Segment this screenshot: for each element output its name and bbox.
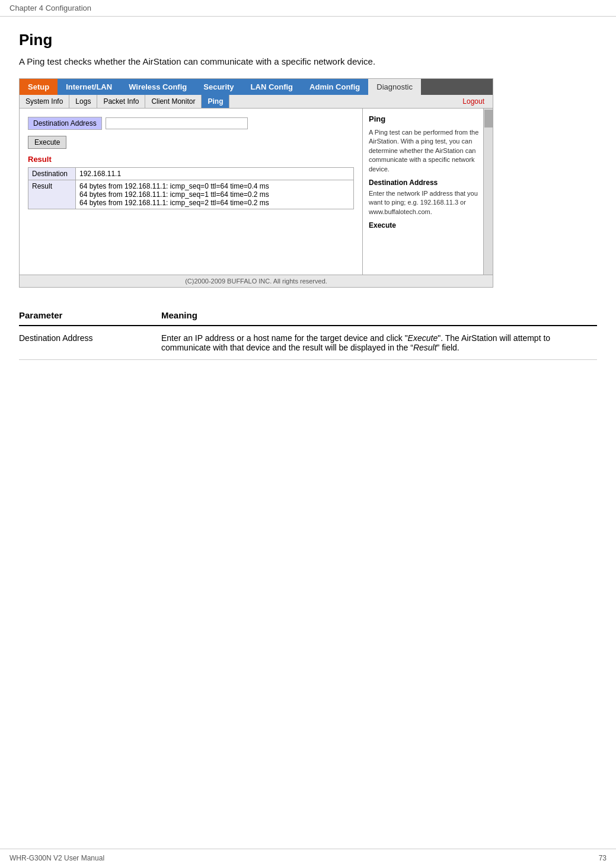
nav-item-security[interactable]: Security: [195, 79, 242, 95]
execute-button[interactable]: Execute: [28, 136, 66, 149]
page-number: 73: [599, 854, 607, 862]
help-execute-label: Execute: [369, 221, 481, 230]
sub-nav-logs[interactable]: Logs: [69, 95, 97, 108]
destination-address-input[interactable]: [106, 117, 248, 129]
help-dest-title: Destination Address: [369, 179, 481, 187]
sub-nav: System Info Logs Packet Info Client Moni…: [20, 95, 493, 109]
destination-value: 192.168.11.1: [76, 168, 354, 180]
result-heading: Result: [28, 155, 354, 164]
main-content: Ping A Ping test checks whether the AirS…: [0, 17, 616, 374]
help-title: Ping: [369, 114, 481, 123]
logout-link[interactable]: Logout: [454, 95, 493, 108]
meaning-col-header: Meaning: [161, 305, 597, 326]
meaning-text-plain: Enter an IP address or a host name for t…: [161, 333, 408, 343]
nav-item-diagnostic[interactable]: Diagnostic: [368, 79, 421, 95]
page-title: Ping: [19, 31, 597, 49]
router-ui-screenshot: Setup Internet/LAN Wireless Config Secur…: [19, 78, 493, 288]
nav-item-adminconfig[interactable]: Admin Config: [301, 79, 368, 95]
sub-nav-ping[interactable]: Ping: [202, 95, 229, 108]
nav-bar: Setup Internet/LAN Wireless Config Secur…: [20, 79, 493, 95]
param-col-header: Parameter: [19, 305, 161, 326]
sub-nav-sysinfo[interactable]: System Info: [20, 95, 69, 108]
destination-address-row: Destination Address: [28, 117, 354, 130]
table-row: Destination 192.168.11.1: [28, 168, 354, 180]
nav-item-lanconfig[interactable]: LAN Config: [242, 79, 301, 95]
nav-item-setup[interactable]: Setup: [20, 79, 58, 95]
destination-address-label: Destination Address: [28, 117, 102, 130]
help-dest-text: Enter the network IP address that you wa…: [369, 189, 481, 216]
sub-nav-clientmonitor[interactable]: Client Monitor: [145, 95, 202, 108]
right-panel: Ping A Ping test can be performed from t…: [362, 109, 493, 275]
right-panel-inner: Ping A Ping test can be performed from t…: [363, 109, 493, 238]
table-row: Result 64 bytes from 192.168.11.1: icmp_…: [28, 180, 354, 209]
chapter-label: Chapter 4 Configuration: [9, 4, 91, 12]
destination-label: Destination: [28, 168, 76, 180]
manual-label: WHR-G300N V2 User Manual: [9, 854, 104, 862]
router-body: Destination Address Execute Result Desti…: [20, 109, 493, 275]
left-panel: Destination Address Execute Result Desti…: [20, 109, 362, 275]
meaning-text-italic2: Result: [413, 343, 437, 352]
table-row: Destination Address Enter an IP address …: [19, 326, 597, 360]
scrollbar[interactable]: [483, 109, 493, 275]
nav-item-internet[interactable]: Internet/LAN: [58, 79, 120, 95]
param-name: Destination Address: [19, 326, 161, 360]
router-footer: (C)2000-2009 BUFFALO INC. All rights res…: [20, 275, 493, 287]
sub-nav-packetinfo[interactable]: Packet Info: [97, 95, 145, 108]
meaning-text-end2: ” field.: [437, 343, 459, 352]
result-label: Result: [28, 180, 76, 209]
scrollbar-thumb[interactable]: [484, 110, 493, 128]
result-table: Destination 192.168.11.1 Result 64 bytes…: [28, 167, 354, 209]
meaning-text-italic: Execute: [408, 333, 438, 343]
page-description: A Ping test checks whether the AirStatio…: [19, 56, 597, 66]
nav-item-wireless[interactable]: Wireless Config: [120, 79, 195, 95]
param-meaning: Enter an IP address or a host name for t…: [161, 326, 597, 360]
result-value: 64 bytes from 192.168.11.1: icmp_seq=0 t…: [76, 180, 354, 209]
help-intro: A Ping test can be performed from the Ai…: [369, 128, 481, 174]
page-footer: WHR-G300N V2 User Manual 73: [0, 849, 616, 867]
param-table: Parameter Meaning Destination Address En…: [19, 305, 597, 360]
page-header: Chapter 4 Configuration: [0, 0, 616, 17]
